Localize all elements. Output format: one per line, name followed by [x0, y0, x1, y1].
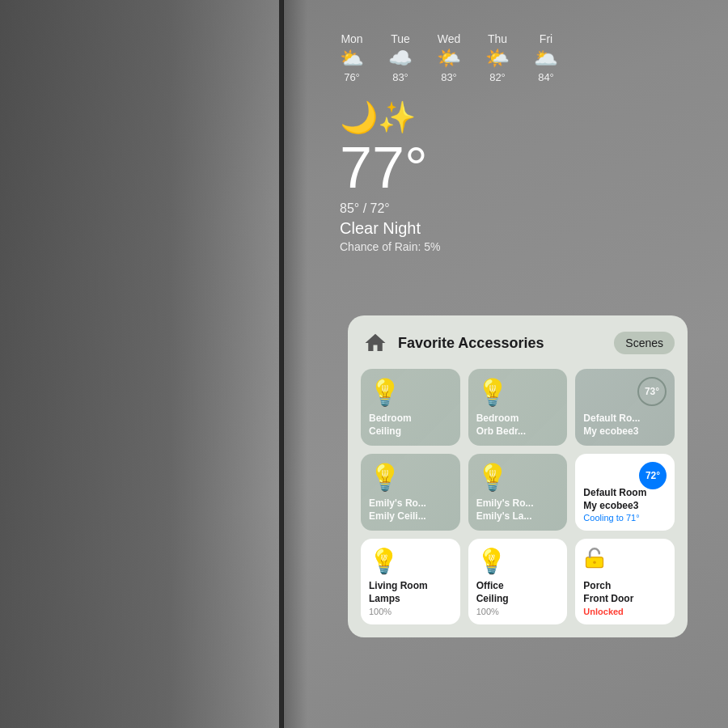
tile-bedroom-orb[interactable]: 💡 BedroomOrb Bedr...: [468, 369, 568, 446]
tile-porch-door-sub: Unlocked: [583, 607, 667, 616]
forecast-fri-temp: 84°: [538, 71, 554, 83]
tile-ecobee-active-sub: Cooling to 71°: [583, 513, 667, 523]
rain-chance: Chance of Rain: 5%: [340, 240, 558, 253]
tile-ecobee-active[interactable]: 72° Default RoomMy ecobee3 Cooling to 71…: [575, 454, 675, 531]
tile-living-room-sub: 100%: [369, 607, 452, 616]
bulb-on-icon-2: 💡: [476, 547, 560, 575]
home-icon-wrapper: [361, 328, 390, 358]
forecast-thu: Thu 🌤️ 82°: [485, 32, 510, 83]
weather-widget: Mon ⛅ 76° Tue ☁️ 83° Wed 🌤️ 83° Thu 🌤️ 8…: [340, 32, 558, 253]
tile-ecobee-default[interactable]: 73° Default Ro...My ecobee3: [575, 369, 675, 446]
device-divider: [279, 0, 284, 728]
forecast-thu-icon: 🌤️: [485, 49, 510, 68]
home-icon: [363, 331, 387, 355]
tile-bedroom-ceiling-name: BedroomCeiling: [369, 413, 452, 438]
current-temperature: 77°: [340, 138, 558, 197]
forecast-mon-icon: ⛅: [340, 49, 364, 68]
bulb-off-icon-2: 💡: [476, 377, 560, 408]
tile-porch-door-name: PorchFront Door: [583, 580, 667, 605]
weather-condition: Clear Night: [340, 219, 558, 238]
forecast-tue-icon: ☁️: [388, 49, 413, 68]
forecast-tue-label: Tue: [391, 32, 410, 45]
forecast-wed-label: Wed: [438, 32, 461, 45]
forecast-wed-icon: 🌤️: [437, 49, 461, 68]
tile-bedroom-ceiling[interactable]: 💡 BedroomCeiling: [361, 369, 460, 446]
tile-emilys-lamp-name: Emily's Ro...Emily's La...: [476, 497, 560, 523]
left-panel: [0, 0, 283, 728]
tile-office-ceiling-sub: 100%: [476, 607, 560, 616]
tile-living-room-name: Living RoomLamps: [369, 580, 452, 605]
tile-porch-door[interactable]: PorchFront Door Unlocked: [575, 539, 675, 624]
current-weather: 🌙✨ 77° 85° / 72° Clear Night Chance of R…: [340, 99, 558, 253]
forecast-tue-temp: 83°: [392, 71, 408, 83]
bulb-off-icon: 💡: [369, 377, 452, 408]
forecast-thu-temp: 82°: [489, 71, 506, 83]
bulb-on-icon: 💡: [369, 547, 452, 575]
forecast-thu-label: Thu: [488, 32, 507, 45]
scenes-button[interactable]: Scenes: [614, 332, 675, 354]
tile-office-ceiling[interactable]: 💡 OfficeCeiling 100%: [468, 539, 568, 624]
bulb-off-icon-4: 💡: [476, 462, 560, 493]
forecast-fri-label: Fri: [540, 32, 552, 45]
tile-living-room[interactable]: 💡 Living RoomLamps 100%: [361, 539, 460, 624]
eco-temp-circle: 73°: [637, 377, 667, 406]
widget-header: Favorite Accessories Scenes: [361, 328, 675, 358]
tile-ecobee-active-name: Default RoomMy ecobee3: [583, 487, 667, 512]
forecast-wed-temp: 83°: [441, 71, 457, 83]
forecast-mon-temp: 76°: [344, 71, 360, 83]
bulb-off-icon-3: 💡: [369, 462, 452, 493]
svg-point-1: [594, 561, 597, 565]
eco-temp-circle-blue: 72°: [639, 462, 667, 489]
forecast-mon: Mon ⛅ 76°: [340, 32, 364, 83]
forecast-wed: Wed 🌤️ 83°: [437, 32, 461, 83]
tile-emilys-ceiling-name: Emily's Ro...Emily Ceili...: [369, 497, 452, 523]
tile-emilys-ceiling[interactable]: 💡 Emily's Ro...Emily Ceili...: [361, 454, 460, 531]
tile-ecobee-default-name: Default Ro...My ecobee3: [583, 413, 667, 438]
tile-bedroom-orb-name: BedroomOrb Bedr...: [476, 413, 560, 438]
lock-unlocked-icon: [583, 547, 667, 575]
moon-icon: 🌙✨: [340, 99, 558, 135]
forecast-fri-icon: 🌥️: [534, 49, 558, 68]
widget-title: Favorite Accessories: [398, 335, 544, 352]
accessories-grid: 💡 BedroomCeiling 💡 BedroomOrb Bedr... 73…: [361, 369, 675, 624]
forecast-row: Mon ⛅ 76° Tue ☁️ 83° Wed 🌤️ 83° Thu 🌤️ 8…: [340, 32, 558, 83]
high-low-temp: 85° / 72°: [340, 201, 558, 216]
widget-title-group: Favorite Accessories: [361, 328, 544, 358]
forecast-fri: Fri 🌥️ 84°: [534, 32, 558, 83]
forecast-mon-label: Mon: [341, 32, 362, 45]
home-widget: Favorite Accessories Scenes 💡 BedroomCei…: [348, 315, 688, 637]
tile-emilys-lamp[interactable]: 💡 Emily's Ro...Emily's La...: [468, 454, 568, 531]
forecast-tue: Tue ☁️ 83°: [388, 32, 413, 83]
tile-office-ceiling-name: OfficeCeiling: [476, 580, 560, 605]
